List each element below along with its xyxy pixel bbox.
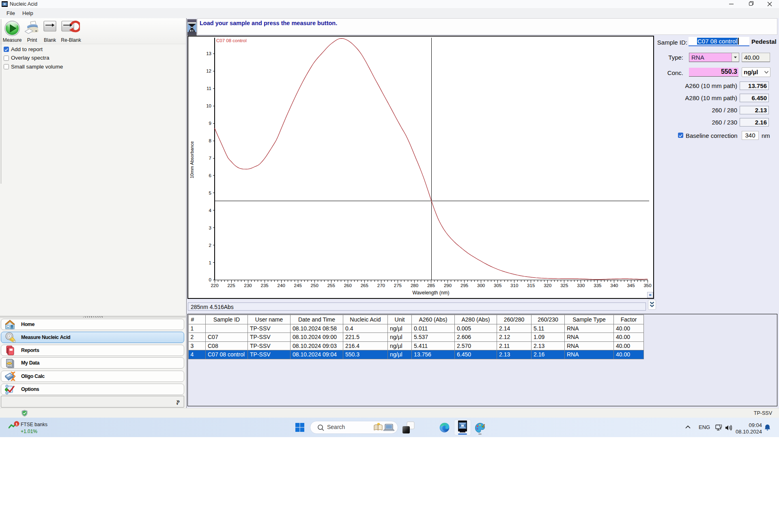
svg-text:5: 5 [209, 191, 211, 195]
svg-text:335: 335 [594, 283, 601, 288]
svg-text:4: 4 [209, 208, 212, 213]
svg-text:295: 295 [461, 283, 468, 288]
svg-text:1: 1 [209, 260, 211, 265]
svg-text:8: 8 [209, 138, 211, 143]
svg-text:10mm Absorbance: 10mm Absorbance [189, 141, 194, 178]
svg-text:330: 330 [577, 283, 585, 288]
svg-text:255: 255 [327, 283, 335, 288]
svg-text:265: 265 [361, 283, 368, 288]
svg-text:9: 9 [209, 121, 211, 126]
svg-text:260: 260 [344, 283, 352, 288]
svg-text:270: 270 [377, 283, 385, 288]
svg-text:310: 310 [510, 283, 518, 288]
svg-text:315: 315 [527, 283, 535, 288]
svg-text:Wavelength (nm): Wavelength (nm) [413, 290, 450, 296]
svg-text:6: 6 [209, 173, 211, 178]
svg-text:3: 3 [209, 225, 211, 230]
svg-text:245: 245 [294, 283, 302, 288]
svg-text:11: 11 [207, 86, 211, 91]
svg-text:220: 220 [211, 283, 218, 288]
svg-text:235: 235 [261, 283, 269, 288]
svg-text:250: 250 [311, 283, 318, 288]
svg-text:350: 350 [643, 283, 651, 288]
svg-text:290: 290 [444, 283, 452, 288]
svg-text:10: 10 [206, 103, 211, 108]
svg-text:280: 280 [411, 283, 418, 288]
svg-text:285: 285 [427, 283, 435, 288]
svg-text:230: 230 [244, 283, 252, 288]
svg-text:345: 345 [627, 283, 635, 288]
svg-text:305: 305 [494, 283, 501, 288]
svg-text:12: 12 [206, 69, 211, 73]
svg-text:225: 225 [227, 283, 235, 288]
svg-text:1: 1 [15, 422, 18, 426]
svg-text:C07 08 control: C07 08 control [216, 38, 247, 43]
svg-text:340: 340 [610, 283, 618, 288]
svg-text:320: 320 [544, 283, 551, 288]
svg-text:240: 240 [278, 283, 285, 288]
svg-text:7: 7 [209, 156, 211, 161]
svg-text:13: 13 [206, 51, 211, 56]
svg-text:275: 275 [394, 283, 402, 288]
svg-text:0: 0 [209, 277, 211, 282]
svg-text:2: 2 [209, 243, 211, 248]
svg-text:325: 325 [560, 283, 568, 288]
svg-text:300: 300 [477, 283, 485, 288]
